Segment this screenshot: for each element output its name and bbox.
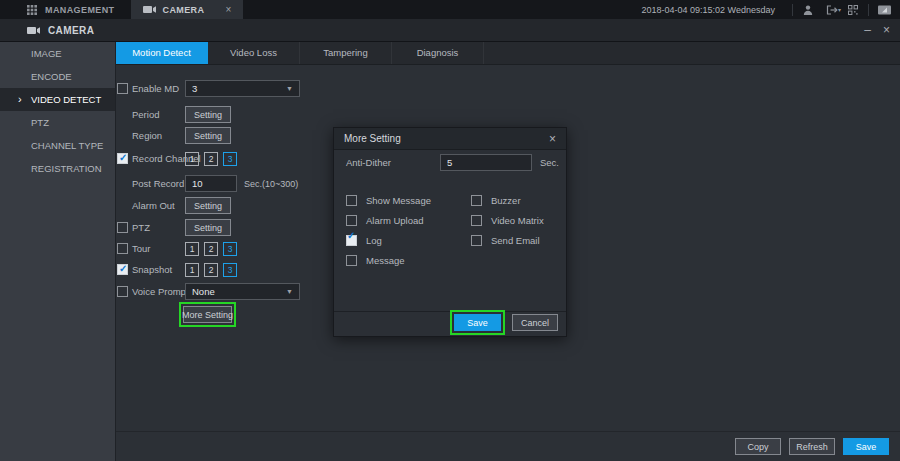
option-label: Show Message: [366, 195, 431, 206]
more-setting-button[interactable]: More Setting: [183, 306, 232, 323]
camera-icon: [27, 26, 40, 35]
ptz-setting-button[interactable]: Setting: [185, 219, 231, 236]
tour-channel-3-button[interactable]: 3: [223, 242, 237, 256]
ptz-label: PTZ: [132, 219, 150, 236]
voice-prompts-dropdown[interactable]: None ▼: [185, 283, 300, 300]
message-checkbox[interactable]: [346, 255, 357, 266]
buzzer-option: Buzzer: [471, 192, 521, 208]
camera-icon: [143, 5, 156, 14]
show-message-option: Show Message: [346, 192, 431, 208]
sidebar-item-ptz[interactable]: › PTZ: [0, 111, 115, 134]
tab-diagnosis[interactable]: Diagnosis: [392, 42, 484, 64]
log-checkbox[interactable]: [346, 235, 357, 246]
tour-channel-1-button[interactable]: 1: [185, 242, 199, 256]
tab-strip: Motion Detect Video Loss Tampering Diagn…: [116, 42, 900, 65]
send-email-option: Send Email: [471, 232, 540, 248]
management-label: MANAGEMENT: [45, 5, 115, 15]
sidebar-item-label: REGISTRATION: [31, 163, 102, 174]
alarm-out-setting-button[interactable]: Setting: [185, 197, 231, 214]
snapshot-label: Snapshot: [132, 261, 172, 278]
sidebar-item-channel-type[interactable]: › CHANNEL TYPE: [0, 134, 115, 157]
dialog-cancel-button[interactable]: Cancel: [512, 314, 558, 331]
dialog-header: More Setting ×: [334, 128, 566, 150]
tour-label: Tour: [132, 240, 150, 257]
post-record-suffix: Sec.(10~300): [244, 179, 298, 189]
management-button[interactable]: MANAGEMENT: [0, 0, 131, 19]
record-channel-3-button[interactable]: 3: [223, 152, 237, 166]
snapshot-channel-1-button[interactable]: 1: [185, 263, 199, 277]
option-label: Message: [366, 255, 405, 266]
option-label: Video Matrix: [491, 215, 544, 226]
refresh-button[interactable]: Refresh: [789, 438, 835, 455]
buzzer-checkbox[interactable]: [471, 195, 482, 206]
dialog-save-button[interactable]: Save: [454, 314, 501, 331]
save-button[interactable]: Save: [843, 438, 889, 455]
period-row: Period Setting: [117, 106, 507, 123]
alarm-out-label: Alarm Out: [132, 197, 175, 214]
tab-tampering[interactable]: Tampering: [300, 42, 392, 64]
chevron-right-icon: ›: [18, 88, 22, 111]
enable-md-checkbox[interactable]: [117, 83, 128, 94]
sidebar-item-label: IMAGE: [31, 48, 62, 59]
sidebar-item-registration[interactable]: › REGISTRATION: [0, 157, 115, 180]
qr-code-icon[interactable]: [841, 0, 865, 19]
option-label: Log: [366, 235, 382, 246]
title-bar: CAMERA – ×: [0, 19, 900, 42]
snapshot-channel-3-button[interactable]: 3: [223, 263, 237, 277]
close-button[interactable]: ×: [883, 24, 890, 36]
alarm-upload-option: Alarm Upload: [346, 212, 424, 228]
ptz-checkbox[interactable]: [117, 222, 128, 233]
minimize-button[interactable]: –: [864, 24, 871, 36]
sidebar-item-label: CHANNEL TYPE: [31, 140, 103, 151]
sidebar-item-image[interactable]: › IMAGE: [0, 42, 115, 65]
user-icon[interactable]: [796, 0, 820, 19]
top-bar: MANAGEMENT CAMERA × 2018-04-04 09:15:02 …: [0, 0, 900, 19]
divider: [792, 4, 793, 16]
camera-top-tab[interactable]: CAMERA ×: [131, 0, 244, 19]
anti-dither-input[interactable]: [440, 154, 532, 171]
highlight-box-save: Save: [450, 310, 505, 335]
record-channel-1-button[interactable]: 1: [185, 152, 199, 166]
dropdown-arrow-icon: ▼: [286, 288, 293, 295]
tour-checkbox[interactable]: [117, 243, 128, 254]
more-setting-dialog: More Setting × Anti-Dither Sec. Show Mes…: [333, 127, 567, 337]
tab-video-loss[interactable]: Video Loss: [208, 42, 300, 64]
snapshot-checkbox[interactable]: [117, 264, 128, 275]
sidebar-item-label: ENCODE: [31, 71, 72, 82]
show-message-checkbox[interactable]: [346, 195, 357, 206]
option-label: Alarm Upload: [366, 215, 424, 226]
app-window: MANAGEMENT CAMERA × 2018-04-04 09:15:02 …: [0, 0, 900, 461]
send-email-checkbox[interactable]: [471, 235, 482, 246]
camera-tab-close-icon[interactable]: ×: [225, 5, 231, 15]
post-record-input[interactable]: [185, 175, 237, 192]
voice-prompts-checkbox[interactable]: [117, 286, 128, 297]
video-matrix-checkbox[interactable]: [471, 215, 482, 226]
sidebar-item-encode[interactable]: › ENCODE: [0, 65, 115, 88]
camera-tab-label: CAMERA: [163, 5, 205, 15]
tour-channel-2-button[interactable]: 2: [204, 242, 218, 256]
datetime-label: 2018-04-04 09:15:02 Wednesday: [642, 5, 775, 15]
period-setting-button[interactable]: Setting: [185, 106, 231, 123]
region-label: Region: [132, 127, 162, 144]
snapshot-channel-2-button[interactable]: 2: [204, 263, 218, 277]
enable-md-dropdown[interactable]: 3 ▼: [185, 80, 300, 97]
dialog-title: More Setting: [344, 133, 401, 144]
record-channel-checkbox[interactable]: [117, 153, 128, 164]
sidebar-item-label: VIDEO DETECT: [31, 94, 101, 105]
tab-motion-detect[interactable]: Motion Detect: [116, 42, 208, 64]
dialog-close-icon[interactable]: ×: [549, 133, 556, 145]
copy-button[interactable]: Copy: [735, 438, 781, 455]
page-title: CAMERA: [48, 25, 94, 36]
region-setting-button[interactable]: Setting: [185, 127, 231, 144]
record-channel-2-button[interactable]: 2: [204, 152, 218, 166]
post-record-label: Post Record: [132, 175, 184, 192]
enable-md-value: 3: [192, 83, 197, 94]
display-mode-icon[interactable]: [872, 0, 896, 19]
sidebar-item-video-detect[interactable]: › VIDEO DETECT: [0, 88, 115, 111]
enable-md-label: Enable MD: [132, 80, 179, 97]
option-label: Buzzer: [491, 195, 521, 206]
alarm-upload-checkbox[interactable]: [346, 215, 357, 226]
top-bar-right: 2018-04-04 09:15:02 Wednesday ▾: [642, 0, 900, 19]
divider: [868, 4, 869, 16]
highlight-box-more-setting: More Setting: [179, 302, 236, 327]
